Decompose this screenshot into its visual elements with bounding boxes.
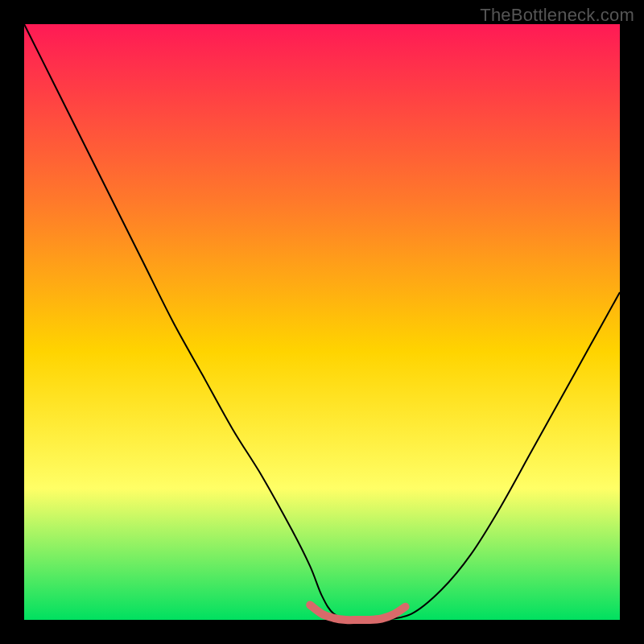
- watermark-text: TheBottleneck.com: [480, 5, 634, 26]
- bottleneck-chart: TheBottleneck.com: [0, 0, 644, 644]
- plot-background: [24, 24, 620, 620]
- chart-canvas: [0, 0, 644, 644]
